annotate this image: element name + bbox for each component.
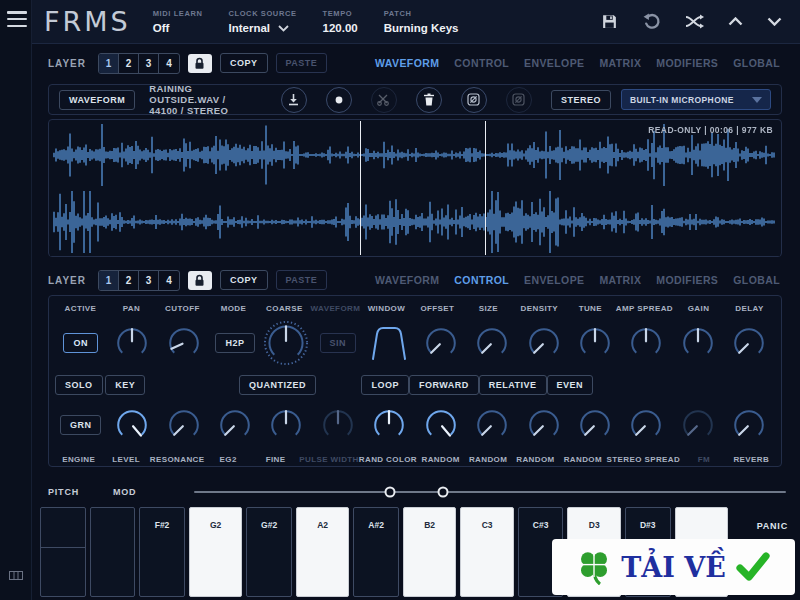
waveform-status: READ-ONLY | 00:06 | 977 KB <box>648 125 773 135</box>
download-icon[interactable] <box>281 87 307 113</box>
tab-envelope[interactable]: ENVELOPE <box>524 274 584 286</box>
stereo-button[interactable]: STEREO <box>551 90 611 110</box>
fm-knob[interactable] <box>678 405 718 445</box>
copy-button[interactable]: COPY <box>220 53 268 73</box>
midi-learn-value[interactable]: Off <box>153 22 203 34</box>
lock-button[interactable] <box>188 54 212 73</box>
tab-global[interactable]: GLOBAL <box>733 274 780 286</box>
copy-button[interactable]: COPY <box>220 270 268 290</box>
save-icon[interactable] <box>601 13 618 30</box>
layer-4-button[interactable]: 4 <box>159 54 179 73</box>
active-toggle[interactable]: ON <box>63 333 98 353</box>
circle-slash-2-icon[interactable] <box>506 87 532 113</box>
playhead-marker-2[interactable] <box>485 121 486 255</box>
rand-color-knob[interactable] <box>369 405 409 445</box>
solo-button[interactable]: SOLO <box>55 375 103 395</box>
key-g2[interactable]: G2 <box>189 507 242 597</box>
clock-source-select[interactable]: Internal <box>228 22 296 34</box>
size-knob[interactable] <box>472 323 512 363</box>
tab-waveform[interactable]: WAVEFORM <box>375 57 439 69</box>
loop-button[interactable]: LOOP <box>361 375 409 395</box>
waveform-source-button[interactable]: WAVEFORM <box>59 90 135 110</box>
key-as2[interactable]: A#2 <box>353 507 399 597</box>
record-icon[interactable] <box>326 87 352 113</box>
even-button[interactable]: EVEN <box>547 375 594 395</box>
stereo-spread-knob[interactable] <box>626 405 666 445</box>
patch-value[interactable]: Burning Keys <box>384 22 459 34</box>
chevron-down-icon[interactable] <box>767 17 782 26</box>
key-unlabeled-2[interactable] <box>90 507 136 597</box>
random-knob-4[interactable] <box>575 405 615 445</box>
input-device-select[interactable]: BUILT-IN MICROPHONE <box>621 89 771 110</box>
key-a2[interactable]: A2 <box>296 507 349 597</box>
layer-4-button[interactable]: 4 <box>159 271 179 290</box>
tab-modifiers[interactable]: MODIFIERS <box>656 57 718 69</box>
coarse-knob[interactable] <box>262 319 310 367</box>
tab-control[interactable]: CONTROL <box>454 274 509 286</box>
pitch-slider-handle[interactable] <box>384 487 395 498</box>
random-knob-1[interactable] <box>421 405 461 445</box>
tune-knob[interactable] <box>575 323 615 363</box>
tab-envelope[interactable]: ENVELOPE <box>524 57 584 69</box>
layer-3-button[interactable]: 3 <box>139 54 159 73</box>
circle-slash-1-icon[interactable] <box>461 87 487 113</box>
level-knob[interactable] <box>112 405 152 445</box>
download-watermark[interactable]: TẢI VỀ <box>552 539 795 595</box>
keyboard-toggle-icon[interactable] <box>9 571 23 580</box>
mod-slider-handle[interactable] <box>437 487 448 498</box>
playhead-marker-1[interactable] <box>360 121 361 255</box>
cutoff-knob[interactable] <box>164 323 204 363</box>
reverb-knob[interactable] <box>729 405 769 445</box>
amp-spread-knob[interactable] <box>626 323 666 363</box>
quantized-button[interactable]: QUANTIZED <box>239 375 316 395</box>
key-c3[interactable]: C3 <box>460 507 513 597</box>
key-fs2[interactable]: F#2 <box>139 507 185 597</box>
mode-button[interactable]: H2P <box>215 333 254 353</box>
chevron-up-icon[interactable] <box>728 17 743 26</box>
key-button[interactable]: KEY <box>105 375 145 395</box>
eg2-knob[interactable] <box>215 405 255 445</box>
paste-button[interactable]: PASTE <box>276 270 328 290</box>
delay-knob[interactable] <box>729 323 769 363</box>
paste-button[interactable]: PASTE <box>276 53 328 73</box>
lock-button[interactable] <box>188 271 212 290</box>
random-knob-3[interactable] <box>524 405 564 445</box>
key-gs2[interactable]: G#2 <box>246 507 292 597</box>
fine-knob[interactable] <box>266 405 306 445</box>
key-unlabeled-1[interactable] <box>40 507 86 597</box>
forward-button[interactable]: FORWARD <box>409 375 479 395</box>
tab-global[interactable]: GLOBAL <box>733 57 780 69</box>
density-knob[interactable] <box>524 323 564 363</box>
layer-1-button[interactable]: 1 <box>99 54 119 73</box>
gain-knob[interactable] <box>678 323 718 363</box>
cut-icon[interactable] <box>371 87 397 113</box>
pulse-width-knob[interactable] <box>318 405 358 445</box>
tempo-value[interactable]: 120.00 <box>323 22 358 34</box>
chevron-down-icon <box>278 25 289 32</box>
trash-icon[interactable] <box>416 87 442 113</box>
key-b2[interactable]: B2 <box>403 507 456 597</box>
menu-icon[interactable] <box>7 11 27 27</box>
engine-button[interactable]: GRN <box>60 415 102 435</box>
layer-2-button[interactable]: 2 <box>119 54 139 73</box>
layer-1-button[interactable]: 1 <box>99 271 119 290</box>
relative-button[interactable]: RELATIVE <box>479 375 547 395</box>
shuffle-icon[interactable] <box>685 14 704 29</box>
waveform-button[interactable]: SIN <box>320 333 357 353</box>
tab-matrix[interactable]: MATRIX <box>599 274 641 286</box>
resonance-knob[interactable] <box>164 405 204 445</box>
panic-button[interactable]: PANIC <box>757 521 788 531</box>
pan-knob[interactable] <box>112 323 152 363</box>
offset-knob[interactable] <box>421 323 461 363</box>
random-knob-2[interactable] <box>472 405 512 445</box>
waveform-display[interactable]: READ-ONLY | 00:06 | 977 KB <box>48 119 782 257</box>
tab-matrix[interactable]: MATRIX <box>599 57 641 69</box>
tab-control[interactable]: CONTROL <box>454 57 509 69</box>
window-shape[interactable] <box>366 322 412 364</box>
undo-icon[interactable] <box>642 12 661 31</box>
pitch-mod-slider-track[interactable] <box>194 491 786 493</box>
tab-waveform[interactable]: WAVEFORM <box>375 274 439 286</box>
tab-modifiers[interactable]: MODIFIERS <box>656 274 718 286</box>
layer-2-button[interactable]: 2 <box>119 271 139 290</box>
layer-3-button[interactable]: 3 <box>139 271 159 290</box>
